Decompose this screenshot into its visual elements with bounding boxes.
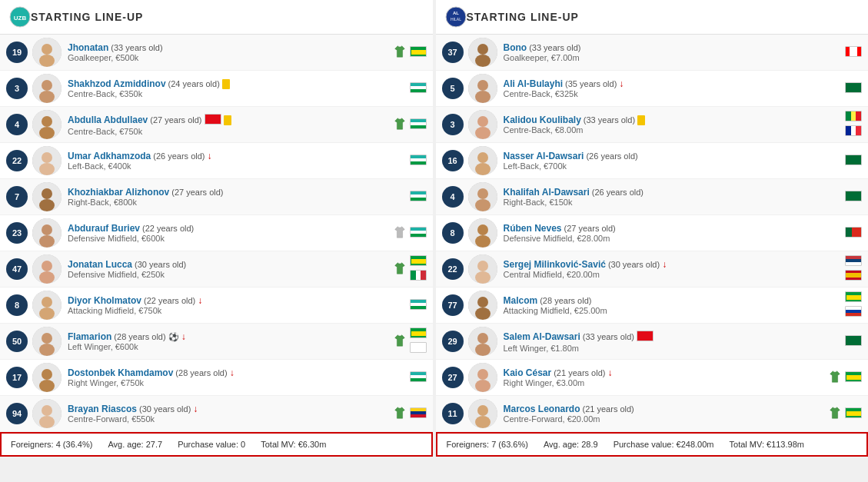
player-name[interactable]: Khozhiakbar Alizhonov	[68, 187, 169, 198]
player-detail: Defensive Midfield, €250k	[68, 270, 393, 279]
player-name[interactable]: Malcom	[504, 295, 538, 306]
flag-br	[845, 291, 862, 304]
player-age: (24 years old)	[168, 79, 220, 88]
flag-rs	[845, 255, 862, 268]
svg-text:AL: AL	[453, 11, 459, 15]
svg-point-57	[477, 261, 488, 271]
player-name[interactable]: Ali Al-Bulayhi	[504, 78, 564, 89]
flag-uz	[410, 299, 427, 312]
player-row: 3 Kalidou Koulibaly (33 years old)Centre…	[436, 107, 869, 143]
player-name[interactable]: Diyor Kholmatov	[68, 295, 141, 306]
player-action-icons	[393, 45, 407, 61]
player-detail: Centre-Back, €325k	[504, 89, 829, 98]
player-name[interactable]: Rúben Neves	[504, 223, 562, 234]
svg-point-46	[475, 127, 491, 139]
player-name[interactable]: Jonatan Lucca	[68, 259, 132, 270]
player-row: 27 Kaio César (21 years old)↓Right Winge…	[436, 360, 869, 396]
player-flags	[410, 155, 427, 168]
red-arrow-icon: ↓	[181, 331, 186, 342]
player-flags	[410, 191, 427, 204]
player-photo	[32, 327, 62, 356]
player-flags	[845, 227, 862, 240]
player-row: 17 Dostonbek Khamdamov (28 years old)↓Ri…	[0, 360, 433, 396]
player-name[interactable]: Khalifah Al-Dawsari	[504, 187, 590, 198]
jersey-number: 4	[6, 114, 28, 135]
player-info: Diyor Kholmatov (22 years old)↓Attacking…	[68, 295, 393, 315]
team-panel-left: UZB STARTING LINE-UP19 Jhonatan (33 year…	[0, 0, 433, 457]
player-detail: Left Winger, €600k	[68, 342, 393, 351]
flag-uz	[410, 82, 427, 95]
player-detail: Left Winger, €1.80m	[504, 344, 829, 353]
flag-sn	[845, 111, 862, 124]
jersey-number: 19	[6, 42, 28, 63]
player-detail: Right-Back, €800k	[68, 198, 393, 207]
player-row: 16 Nasser Al-Dawsari (26 years old)Left-…	[436, 143, 869, 179]
player-name[interactable]: Salem Al-Dawsari	[504, 331, 580, 342]
player-name[interactable]: Kaio César	[504, 367, 552, 378]
flag-uz	[410, 371, 427, 384]
player-flags	[845, 111, 862, 138]
player-age: (33 years old)	[111, 43, 162, 52]
shirt-icon	[393, 45, 407, 61]
player-name[interactable]: Flamarion	[68, 331, 111, 342]
svg-point-13	[39, 163, 55, 175]
jersey-number: 17	[6, 367, 28, 388]
team-header: UZB STARTING LINE-UP	[0, 0, 433, 35]
player-name[interactable]: Dostonbek Khamdamov	[68, 367, 173, 378]
flag-sa	[845, 82, 862, 95]
svg-text:UZB: UZB	[14, 15, 27, 22]
player-flags	[410, 299, 427, 312]
flag-fr	[845, 125, 862, 138]
svg-point-12	[42, 152, 52, 163]
svg-point-22	[39, 271, 55, 284]
player-name[interactable]: Abdurauf Buriev	[68, 223, 140, 234]
player-row: 5 Ali Al-Bulayhi (35 years old)↓Centre-B…	[436, 71, 869, 107]
player-row: 4 Abdulla Abdullaev (27 years old)Centre…	[0, 107, 433, 143]
svg-point-42	[477, 80, 488, 91]
svg-point-31	[39, 380, 55, 392]
player-age: (30 years old)	[135, 260, 186, 269]
player-photo	[468, 110, 497, 139]
player-name[interactable]: Sergej Milinković-Savić	[504, 259, 606, 270]
red-arrow-icon: ↓	[662, 259, 667, 270]
player-name[interactable]: Umar Adkhamzoda	[68, 151, 151, 161]
player-detail: Attacking Midfield, €750k	[68, 306, 393, 315]
flag-ca	[845, 46, 862, 59]
player-action-icons	[393, 117, 407, 133]
player-info: Kalidou Koulibaly (33 years old)Centre-B…	[504, 115, 829, 135]
player-photo	[32, 218, 62, 248]
player-age: (33 years old)	[583, 332, 634, 341]
player-flags	[845, 407, 862, 421]
flag-uz	[410, 155, 427, 168]
svg-point-4	[39, 55, 55, 67]
jersey-number: 37	[442, 42, 464, 63]
player-name[interactable]: Bono	[504, 42, 527, 53]
player-info: Jhonatan (33 years old)Goalkeeper, €500k	[68, 42, 393, 62]
player-detail: Defensive Midfield, €600k	[68, 234, 393, 243]
ball-icon: ⚽	[168, 332, 179, 342]
svg-point-43	[475, 91, 491, 103]
player-info: Brayan Riascos (30 years old)↓Centre-For…	[68, 404, 393, 424]
player-info: Shakhzod Azmiddinov (24 years old)Centre…	[68, 78, 393, 98]
shirt-icon	[828, 406, 842, 422]
player-name[interactable]: Abdulla Abdullaev	[68, 115, 148, 125]
player-name[interactable]: Brayan Riascos	[68, 404, 137, 414]
player-detail: Central Midfield, €20.00m	[504, 270, 829, 279]
player-age: (30 years old)	[608, 260, 660, 269]
player-name[interactable]: Marcos Leonardo	[504, 404, 580, 414]
player-photo	[468, 218, 497, 248]
player-name[interactable]: Shakhzod Azmiddinov	[68, 78, 166, 89]
player-name[interactable]: Kalidou Koulibaly	[504, 115, 581, 125]
player-detail: Goalkeeper, €7.00m	[504, 53, 829, 62]
player-row: 4 Khalifah Al-Dawsari (26 years old)Righ…	[436, 179, 869, 215]
player-row: 11 Marcos Leonardo (21 years old)Centre-…	[436, 396, 869, 432]
jersey-number: 7	[6, 186, 28, 208]
player-action-icons	[828, 406, 842, 422]
player-info: Rúben Neves (27 years old)Defensive Midf…	[504, 223, 829, 243]
player-row: 22 Umar Adkhamzoda (26 years old)↓Left-B…	[0, 143, 433, 179]
player-flags	[410, 407, 427, 421]
player-name[interactable]: Jhonatan	[68, 42, 108, 53]
player-detail: Right Winger, €3.00m	[504, 378, 829, 387]
player-name[interactable]: Nasser Al-Dawsari	[504, 151, 584, 161]
svg-point-30	[42, 369, 52, 380]
